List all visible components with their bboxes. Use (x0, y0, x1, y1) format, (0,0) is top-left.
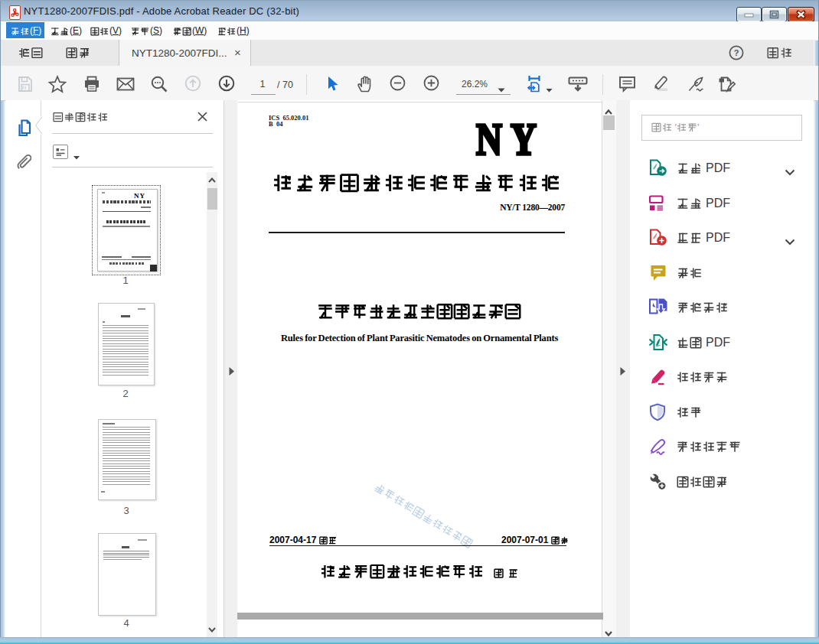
svg-text:?: ? (734, 48, 739, 57)
